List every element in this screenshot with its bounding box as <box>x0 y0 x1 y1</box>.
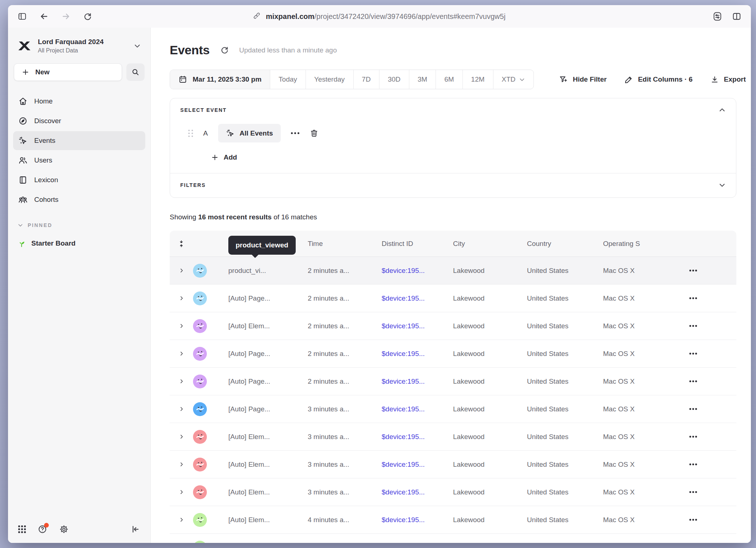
table-row[interactable]: [Auto] Elem... 3 minutes a... $device:19… <box>170 451 736 478</box>
select-event-label: SELECT EVENT <box>180 107 726 113</box>
row-actions-icon[interactable] <box>684 325 736 327</box>
row-expander-chevron-right-icon[interactable] <box>179 351 184 356</box>
browser-sidebar-toggle-icon[interactable] <box>17 12 27 21</box>
table-row[interactable]: [Auto] Elem... 3 minutes a... $device:19… <box>170 423 736 451</box>
row-actions-icon[interactable] <box>684 297 736 299</box>
range-12m[interactable]: 12M <box>462 70 493 89</box>
range-6m[interactable]: 6M <box>436 70 462 89</box>
distinct-id-link[interactable]: $device:195... <box>382 294 453 302</box>
project-switcher[interactable]: Lord Farquaad 2024 All Project Data <box>8 28 150 60</box>
address-bar[interactable]: mixpanel.com/project/3472420/view/397469… <box>253 12 505 21</box>
distinct-id-link[interactable]: $device:195... <box>382 516 453 524</box>
distinct-id-link[interactable]: $device:195... <box>382 267 453 275</box>
table-row[interactable]: [Auto] Page... 3 minutes a... $device:19… <box>170 395 736 423</box>
table-row[interactable] <box>170 534 736 543</box>
hide-filter-button[interactable]: Hide Filter <box>559 75 607 84</box>
row-expander-chevron-right-icon[interactable] <box>179 268 184 273</box>
range-30d[interactable]: 30D <box>379 70 409 89</box>
event-selector-pill[interactable]: All Events <box>218 124 281 142</box>
sidebar-item-discover[interactable]: Discover <box>13 111 145 130</box>
distinct-id-link[interactable]: $device:195... <box>382 433 453 441</box>
sidebar-item-home[interactable]: Home <box>13 92 145 111</box>
table-row[interactable]: [Auto] Elem... 3 minutes a... $device:19… <box>170 478 736 506</box>
sidebar-item-users[interactable]: Users <box>13 151 145 170</box>
page-settings-icon[interactable] <box>712 11 722 21</box>
date-picker[interactable]: Mar 11, 2025 3:30 pm <box>170 70 270 89</box>
edit-columns-button[interactable]: Edit Columns · 6 <box>624 75 693 84</box>
pinned-item-label: Starter Board <box>31 239 75 247</box>
sidebar-item-events[interactable]: Events <box>13 131 145 150</box>
row-actions-icon[interactable] <box>684 380 736 382</box>
row-actions-icon[interactable] <box>684 408 736 410</box>
search-button[interactable] <box>126 63 145 81</box>
collapse-all-rows-icon[interactable] <box>177 240 185 248</box>
row-expander-chevron-right-icon[interactable] <box>179 406 184 412</box>
table-row[interactable]: [Auto] Elem... 2 minutes a... $device:19… <box>170 312 736 340</box>
seedling-icon <box>17 239 26 248</box>
delete-clause-trash-icon[interactable] <box>310 129 319 138</box>
row-actions-icon[interactable] <box>684 491 736 493</box>
row-expander-chevron-right-icon[interactable] <box>179 295 184 301</box>
event-time: 3 minutes a... <box>308 461 382 469</box>
new-button[interactable]: New <box>14 63 122 81</box>
distinct-id-link[interactable]: $device:195... <box>382 350 453 358</box>
column-header-city[interactable]: City <box>453 240 527 248</box>
sidebar-item-lexicon[interactable]: Lexicon <box>13 171 145 189</box>
expand-section-chevron-down-icon[interactable] <box>718 181 726 190</box>
distinct-id-link[interactable]: $device:195... <box>382 405 453 413</box>
range-today[interactable]: Today <box>270 70 306 89</box>
country: United States <box>527 461 603 469</box>
clause-more-options-icon[interactable] <box>291 132 299 134</box>
distinct-id-link[interactable]: $device:195... <box>382 488 453 496</box>
row-expander-chevron-right-icon[interactable] <box>179 379 184 384</box>
row-actions-icon[interactable] <box>684 436 736 438</box>
row-expander-chevron-right-icon[interactable] <box>179 323 184 329</box>
help-icon[interactable] <box>38 524 47 534</box>
split-view-icon[interactable] <box>732 12 741 21</box>
row-actions-icon[interactable] <box>684 353 736 355</box>
back-icon[interactable] <box>39 12 49 21</box>
home-icon <box>18 97 28 106</box>
settings-gear-icon[interactable] <box>59 524 69 534</box>
row-expander-chevron-right-icon[interactable] <box>179 489 184 495</box>
reload-icon[interactable] <box>83 12 92 21</box>
distinct-id-link[interactable]: $device:195... <box>382 377 453 385</box>
row-expander-chevron-right-icon[interactable] <box>179 434 184 439</box>
forward-icon[interactable] <box>61 12 71 21</box>
row-actions-icon[interactable] <box>684 270 736 271</box>
export-button[interactable]: Export <box>710 75 746 84</box>
collapse-sidebar-icon[interactable] <box>130 524 140 534</box>
refresh-icon[interactable] <box>220 46 229 55</box>
event-time: 4 minutes a... <box>308 516 382 524</box>
row-actions-icon[interactable] <box>684 463 736 465</box>
range-3m[interactable]: 3M <box>409 70 436 89</box>
column-header-country[interactable]: Country <box>527 240 603 248</box>
drag-handle-icon[interactable] <box>188 130 193 137</box>
range-7d[interactable]: 7D <box>353 70 379 89</box>
column-header-os[interactable]: Operating S <box>603 240 684 248</box>
plus-icon <box>21 68 29 76</box>
distinct-id-link[interactable]: $device:195... <box>382 322 453 330</box>
row-expander-chevron-right-icon[interactable] <box>179 462 184 467</box>
table-row[interactable]: [Auto] Page... 2 minutes a... $device:19… <box>170 368 736 395</box>
range-xtd[interactable]: XTD <box>493 70 533 89</box>
row-expander-chevron-right-icon[interactable] <box>179 517 184 522</box>
calendar-icon <box>178 75 187 84</box>
event-name: [Auto] Elem... <box>228 461 308 469</box>
column-header-distinct-id[interactable]: Distinct ID <box>382 240 453 248</box>
table-row[interactable]: [Auto] Elem... 4 minutes a... $device:19… <box>170 506 736 534</box>
event-time: 2 minutes a... <box>308 267 382 275</box>
sidebar-item-cohorts[interactable]: Cohorts <box>13 190 145 209</box>
collapse-section-chevron-up-icon[interactable] <box>718 106 726 115</box>
sidebar-item-starter-board[interactable]: Starter Board <box>8 235 150 251</box>
apps-grid-icon[interactable] <box>18 525 26 533</box>
table-row[interactable]: [Auto] Page... 2 minutes a... $device:19… <box>170 340 736 368</box>
pinned-section-toggle[interactable]: PINNED <box>8 222 150 228</box>
row-actions-icon[interactable] <box>684 519 736 521</box>
column-header-time[interactable]: Time <box>308 240 382 248</box>
distinct-id-link[interactable]: $device:195... <box>382 461 453 469</box>
table-row[interactable]: [Auto] Page... 2 minutes a... $device:19… <box>170 285 736 312</box>
range-yesterday[interactable]: Yesterday <box>306 70 353 89</box>
table-row[interactable]: product_vi... 2 minutes a... $device:195… <box>170 257 736 285</box>
add-event-button[interactable]: Add <box>211 153 237 161</box>
